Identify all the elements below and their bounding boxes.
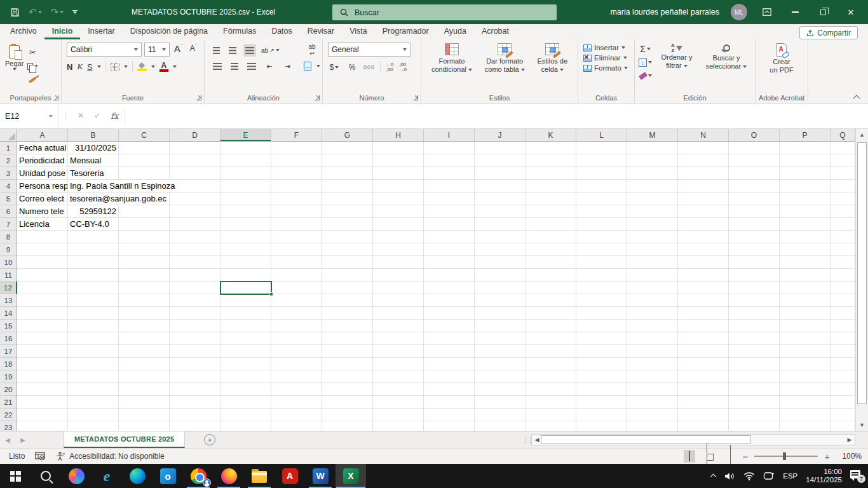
cell-D10[interactable] [170, 256, 220, 269]
ribbon-display-options-icon[interactable] [759, 0, 775, 24]
cell-G20[interactable] [322, 383, 373, 396]
cell-E7[interactable] [220, 218, 271, 231]
zoom-in-icon[interactable]: + [824, 451, 830, 462]
column-header-H[interactable]: H [373, 129, 424, 142]
cell-B1[interactable]: 31/10/2025 [68, 142, 119, 154]
cell-O1[interactable] [729, 142, 780, 154]
sheet-next-icon[interactable]: ▶ [15, 437, 31, 444]
column-header-P[interactable]: P [780, 129, 831, 142]
minimize-button[interactable] [787, 0, 803, 24]
cell-B16[interactable] [68, 332, 119, 345]
cell-O12[interactable] [729, 281, 780, 294]
cell-N17[interactable] [678, 345, 729, 358]
column-header-M[interactable]: M [627, 129, 678, 142]
borders-icon[interactable] [111, 63, 119, 71]
cell-D15[interactable] [170, 320, 220, 332]
cell-M3[interactable] [627, 167, 678, 180]
cell-P9[interactable] [780, 243, 831, 256]
cell-B9[interactable] [68, 243, 119, 256]
merge-center-icon[interactable]: ↔ [304, 62, 311, 71]
wifi-icon[interactable] [743, 471, 755, 480]
cell-C19[interactable] [119, 370, 170, 383]
cell-F6[interactable] [271, 205, 322, 218]
cell-H18[interactable] [373, 358, 424, 370]
copy-icon[interactable] [26, 60, 39, 72]
cell-K16[interactable] [526, 332, 576, 345]
cell-O8[interactable] [729, 231, 780, 243]
row-header-22[interactable]: 22 [0, 409, 17, 421]
align-top-icon[interactable] [211, 44, 222, 57]
cell-D17[interactable] [170, 345, 220, 358]
row-header-5[interactable]: 5 [0, 193, 17, 205]
cell-H4[interactable] [373, 180, 424, 193]
cell-I1[interactable] [424, 142, 475, 154]
cell-F2[interactable] [271, 154, 322, 167]
cell-E18[interactable] [220, 358, 271, 370]
macro-record-icon[interactable] [35, 452, 46, 461]
increase-decimal-icon[interactable]: ←0,00 [386, 62, 393, 72]
cell-A1[interactable]: Fecha actual [17, 142, 68, 154]
cell-Q20[interactable] [831, 383, 855, 396]
cell-N6[interactable] [678, 205, 729, 218]
cell-L15[interactable] [576, 320, 627, 332]
cell-K4[interactable] [526, 180, 576, 193]
cell-G8[interactable] [322, 231, 373, 243]
cell-P13[interactable] [780, 294, 831, 307]
cell-P17[interactable] [780, 345, 831, 358]
cell-Q5[interactable] [831, 193, 855, 205]
column-header-F[interactable]: F [271, 129, 322, 142]
cell-C15[interactable] [119, 320, 170, 332]
row-header-3[interactable]: 3 [0, 167, 17, 180]
volume-icon[interactable] [724, 471, 735, 481]
fill-color-icon[interactable] [137, 63, 147, 71]
cell-P21[interactable] [780, 396, 831, 409]
cell-I20[interactable] [424, 383, 475, 396]
cell-B3[interactable]: Tesoreria [68, 167, 119, 180]
cell-H20[interactable] [373, 383, 424, 396]
cell-I3[interactable] [424, 167, 475, 180]
cell-A16[interactable] [17, 332, 68, 345]
cell-E14[interactable] [220, 307, 271, 320]
cell-P4[interactable] [780, 180, 831, 193]
cell-Q22[interactable] [831, 409, 855, 421]
cell-P7[interactable] [780, 218, 831, 231]
cell-F14[interactable] [271, 307, 322, 320]
cell-D6[interactable] [170, 205, 220, 218]
cell-H22[interactable] [373, 409, 424, 421]
orientation-icon[interactable]: ab↗ [261, 44, 280, 56]
sheet-tab-active[interactable]: METADATOS OCTUBRE 2025 [64, 431, 185, 448]
cell-E10[interactable] [220, 256, 271, 269]
cell-C6[interactable] [119, 205, 170, 218]
row-header-7[interactable]: 7 [0, 218, 17, 231]
cell-N23[interactable] [678, 421, 729, 431]
user-name[interactable]: maria lourdes peñafiel parrales [610, 8, 719, 17]
cell-E15[interactable] [220, 320, 271, 332]
taskbar-app-chrome[interactable] [183, 464, 214, 488]
cell-J16[interactable] [475, 332, 526, 345]
row-header-20[interactable]: 20 [0, 383, 17, 396]
cell-K7[interactable] [526, 218, 576, 231]
cell-M4[interactable] [627, 180, 678, 193]
cell-L1[interactable] [576, 142, 627, 154]
cell-P10[interactable] [780, 256, 831, 269]
cell-I9[interactable] [424, 243, 475, 256]
cell-K13[interactable] [526, 294, 576, 307]
cell-J10[interactable] [475, 256, 526, 269]
italic-button[interactable]: K [77, 62, 83, 72]
cell-A5[interactable]: Correo elect [17, 193, 68, 205]
taskbar-app-word[interactable]: W [305, 464, 336, 488]
undo-icon[interactable]: ↶ [29, 6, 42, 18]
cell-C7[interactable] [119, 218, 170, 231]
cell-I7[interactable] [424, 218, 475, 231]
customize-qat-icon[interactable] [72, 10, 78, 14]
cell-K18[interactable] [526, 358, 576, 370]
cell-L16[interactable] [576, 332, 627, 345]
row-header-18[interactable]: 18 [0, 358, 17, 370]
column-header-A[interactable]: A [17, 129, 68, 142]
cell-H21[interactable] [373, 396, 424, 409]
cell-A6[interactable]: Numero tele [17, 205, 68, 218]
cell-N15[interactable] [678, 320, 729, 332]
cell-F11[interactable] [271, 269, 322, 281]
cell-D19[interactable] [170, 370, 220, 383]
tab-inicio[interactable]: Inicio [44, 24, 81, 39]
